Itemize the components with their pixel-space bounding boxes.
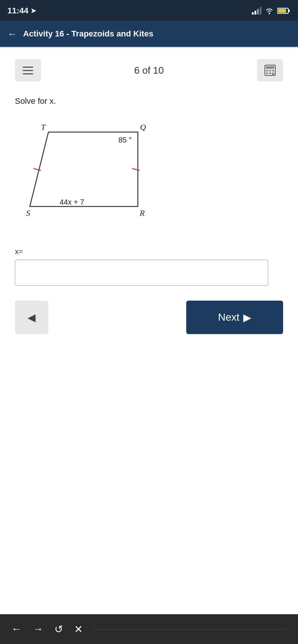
progress-text: 6 of 10 [134, 65, 164, 76]
svg-text:44x + 7: 44x + 7 [60, 198, 84, 206]
svg-rect-9 [266, 66, 274, 69]
svg-rect-1 [254, 11, 256, 15]
nav-separator [94, 629, 287, 629]
svg-text:Q: Q [140, 122, 146, 132]
svg-text:85 °: 85 ° [118, 136, 132, 144]
svg-rect-11 [269, 70, 271, 71]
svg-line-18 [132, 169, 140, 170]
svg-point-4 [269, 13, 270, 14]
main-content: 6 of 10 Solve for x. [0, 48, 298, 428]
back-button[interactable]: ← [7, 28, 17, 40]
header-title: Activity 16 - Trapezoids and Kites [23, 29, 153, 39]
status-icons [252, 7, 291, 15]
svg-rect-10 [266, 70, 268, 71]
trapezoid-diagram: T Q S R 85 ° 44x + 7 [22, 117, 179, 236]
svg-rect-13 [266, 73, 268, 74]
svg-rect-7 [278, 9, 286, 13]
menu-button[interactable] [15, 59, 41, 81]
signal-icon [252, 7, 261, 15]
svg-rect-12 [272, 70, 274, 71]
prev-button[interactable]: ◀ [15, 301, 48, 334]
next-icon: ▶ [243, 311, 251, 324]
svg-line-17 [34, 169, 41, 170]
browser-forward-button[interactable]: → [33, 623, 43, 635]
browser-back-button[interactable]: ← [11, 623, 22, 635]
white-space-area [0, 428, 298, 614]
browser-refresh-button[interactable]: ↺ [54, 623, 63, 635]
time-display: 11:44 [7, 6, 28, 16]
svg-rect-3 [260, 7, 261, 15]
problem-instruction: Solve for x. [15, 96, 283, 106]
calculator-icon [264, 64, 276, 76]
answer-input[interactable] [15, 260, 268, 286]
diagram-container: T Q S R 85 ° 44x + 7 [22, 117, 179, 236]
svg-text:T: T [41, 122, 46, 132]
answer-label: x= [15, 247, 283, 256]
svg-rect-0 [252, 12, 254, 15]
menu-line-3 [23, 73, 33, 74]
toolbar-row: 6 of 10 [15, 59, 283, 81]
battery-icon [277, 7, 291, 15]
status-bar: 11:44 ➤ [0, 0, 298, 21]
next-button[interactable]: Next ▶ [186, 301, 283, 334]
menu-line-2 [23, 70, 33, 71]
svg-rect-2 [257, 9, 259, 15]
wifi-icon [264, 7, 274, 15]
prev-icon: ◀ [28, 311, 36, 324]
header: ← Activity 16 - Trapezoids and Kites [0, 21, 298, 47]
svg-text:R: R [139, 208, 145, 218]
next-label: Next [218, 311, 240, 323]
svg-rect-14 [269, 73, 271, 74]
menu-line-1 [23, 67, 33, 68]
svg-rect-6 [288, 10, 290, 12]
browser-close-button[interactable]: ✕ [74, 623, 83, 635]
svg-rect-15 [272, 73, 274, 76]
status-time: 11:44 ➤ [7, 6, 36, 16]
bottom-nav-bar: ← → ↺ ✕ [0, 614, 298, 644]
nav-row: ◀ Next ▶ [15, 301, 283, 334]
svg-text:S: S [26, 208, 30, 218]
calculator-button[interactable] [257, 59, 283, 81]
location-icon: ➤ [31, 7, 36, 15]
